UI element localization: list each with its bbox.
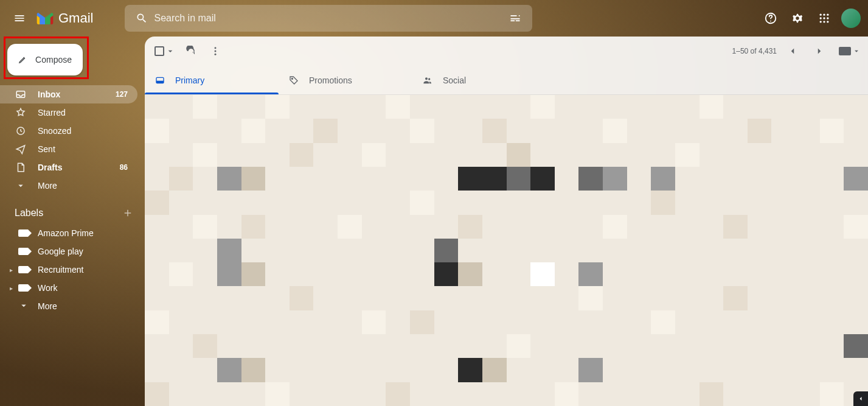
svg-point-14 (215, 54, 217, 55)
select-all-checkbox[interactable] (152, 44, 178, 58)
nav-label: Inbox (38, 89, 105, 99)
chevron-right-icon (814, 46, 825, 57)
sidebar: Compose Inbox127StarredSnoozedSentDrafts… (0, 37, 145, 406)
svg-point-1 (820, 14, 822, 16)
svg-rect-16 (156, 80, 164, 83)
account-avatar[interactable] (841, 9, 861, 28)
label-text: Recruitment (38, 265, 83, 275)
app-name: Gmail (58, 10, 93, 26)
pagination-info: 1–50 of 4,431 (732, 47, 777, 55)
sidebar-item-sent[interactable]: Sent (0, 140, 137, 158)
sidebar-item-snoozed[interactable]: Snoozed (0, 122, 137, 140)
category-tabs: PrimaryPromotionsSocial (145, 66, 868, 95)
label-tag-icon (18, 229, 28, 237)
expand-icon (18, 300, 28, 313)
label-tag-icon (18, 284, 28, 292)
tab-label: Promotions (309, 75, 352, 85)
input-tools-button[interactable] (839, 47, 861, 55)
svg-point-13 (215, 51, 217, 52)
label-text: More (38, 301, 57, 311)
label-item-recruitment[interactable]: ▸Recruitment (0, 261, 145, 279)
expand-toggle[interactable]: ▸ (7, 285, 15, 292)
label-text: Google play (38, 247, 83, 256)
expand-toggle[interactable]: ▸ (7, 267, 15, 273)
search-bar (125, 5, 532, 32)
tab-primary[interactable]: Primary (145, 66, 279, 94)
app-header: Gmail (0, 0, 868, 37)
search-options-button[interactable] (503, 6, 527, 30)
svg-point-7 (820, 21, 822, 23)
main-menu-button[interactable] (7, 6, 32, 30)
apps-grid-icon (818, 12, 830, 24)
more-vert-icon (210, 46, 221, 57)
refresh-icon (186, 46, 196, 57)
add-label-button[interactable] (120, 206, 135, 220)
search-input[interactable] (154, 13, 503, 24)
nav-label: More (38, 181, 128, 191)
google-apps-button[interactable] (812, 6, 836, 30)
svg-point-8 (823, 21, 825, 23)
next-page-button[interactable] (808, 40, 830, 62)
tab-label: Social (443, 75, 466, 85)
sidebar-item-more[interactable]: More (0, 177, 137, 195)
expand-icon (15, 180, 27, 192)
compose-button[interactable]: Compose (7, 44, 83, 75)
inbox-icon (15, 88, 27, 100)
label-item-amazon-prime[interactable]: Amazon Prime (0, 224, 145, 242)
svg-point-12 (215, 47, 217, 49)
settings-button[interactable] (785, 6, 810, 30)
chevron-down-icon (165, 46, 175, 56)
label-item-google-play[interactable]: Google play (0, 242, 145, 261)
side-panel-toggle[interactable] (853, 391, 868, 406)
sidebar-item-drafts[interactable]: Drafts86 (0, 158, 137, 177)
nav-label: Sent (38, 144, 128, 154)
svg-point-6 (827, 17, 828, 19)
toolbar: 1–50 of 4,431 (145, 37, 868, 66)
gear-icon (791, 12, 804, 25)
sidebar-item-starred[interactable]: Starred (0, 103, 137, 122)
people-icon (422, 75, 433, 86)
send-icon (15, 143, 27, 155)
refresh-button[interactable] (180, 40, 202, 62)
tab-promotions[interactable]: Promotions (279, 66, 412, 94)
nav-label: Snoozed (38, 126, 128, 136)
label-tag-icon (18, 266, 28, 273)
gmail-logo[interactable]: Gmail (36, 10, 93, 26)
chevron-down-icon (852, 47, 861, 55)
label-text: Work (38, 283, 57, 293)
gmail-logo-icon (36, 12, 54, 24)
svg-point-2 (823, 14, 825, 16)
tab-social[interactable]: Social (412, 66, 546, 94)
star-icon (15, 107, 27, 119)
email-list-area (145, 95, 868, 406)
chevron-left-icon (857, 395, 864, 402)
svg-point-17 (291, 78, 293, 79)
svg-point-5 (823, 17, 825, 19)
support-button[interactable] (759, 6, 783, 30)
compose-label: Compose (35, 55, 72, 65)
nav-label: Drafts (38, 163, 109, 172)
chevron-left-icon (787, 46, 798, 57)
draft-icon (15, 161, 27, 173)
search-button[interactable] (130, 6, 154, 30)
label-item-more[interactable]: More (0, 297, 145, 315)
inbox-tab-icon (155, 75, 165, 86)
search-icon (136, 12, 148, 24)
nav-count: 127 (116, 90, 128, 99)
more-actions-button[interactable] (204, 40, 226, 62)
nav-count: 86 (120, 163, 128, 172)
tune-icon (509, 12, 521, 24)
main-content: 1–50 of 4,431 PrimaryPromotionsSocial (145, 37, 868, 406)
prev-page-button[interactable] (782, 40, 804, 62)
labels-header: Labels (0, 195, 145, 224)
sidebar-item-inbox[interactable]: Inbox127 (0, 85, 137, 103)
svg-point-19 (428, 78, 430, 80)
tab-label: Primary (175, 75, 204, 85)
svg-point-3 (827, 14, 828, 16)
nav-label: Starred (38, 108, 128, 117)
plus-icon (122, 208, 133, 219)
label-item-work[interactable]: ▸Work (0, 279, 145, 297)
label-tag-icon (18, 248, 28, 255)
pencil-icon (18, 54, 27, 66)
tag-icon (288, 75, 299, 86)
